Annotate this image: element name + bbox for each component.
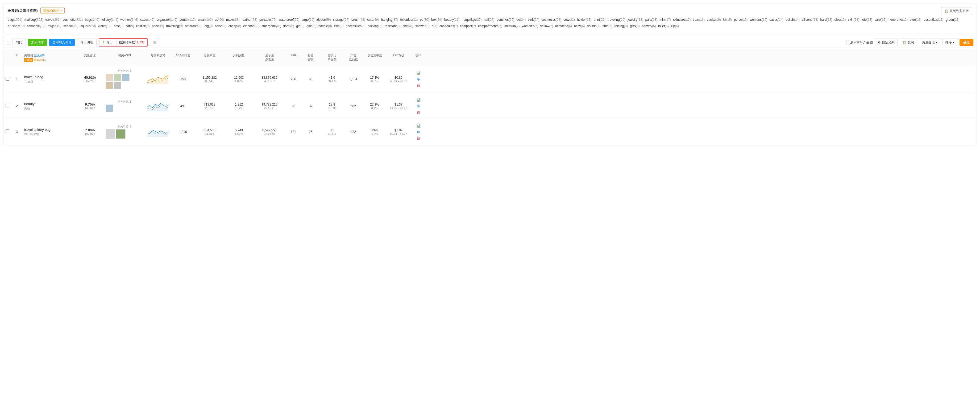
hf-word-item[interactable]: box(29) bbox=[431, 16, 442, 23]
hf-word-item[interactable]: bolsa(8) bbox=[215, 23, 226, 29]
hf-word-item[interactable]: nail(27) bbox=[484, 16, 495, 23]
hf-word-item[interactable]: storage(57) bbox=[333, 16, 349, 23]
hf-word-item[interactable]: skincare(17) bbox=[673, 16, 690, 23]
hf-word-item[interactable]: hanging(37) bbox=[381, 16, 398, 23]
hf-word-item[interactable]: train(16) bbox=[693, 16, 705, 23]
hf-word-item[interactable]: polish(14) bbox=[786, 16, 800, 23]
hf-word-item[interactable]: cosmetic(231) bbox=[63, 16, 83, 23]
row1-delete-btn[interactable]: 🗑 bbox=[416, 83, 421, 88]
hf-word-item[interactable]: yellow(7) bbox=[540, 23, 553, 29]
hf-word-item[interactable]: holder(23) bbox=[577, 16, 592, 23]
hf-word-item[interactable]: cosmetics(23) bbox=[542, 16, 562, 23]
hf-word-item[interactable]: pu(30) bbox=[420, 16, 430, 23]
hf-word-item[interactable]: travelling(9) bbox=[166, 23, 183, 29]
hf-word-item[interactable]: necessities(8) bbox=[346, 23, 366, 29]
hf-word-item[interactable]: shower(8) bbox=[415, 23, 430, 29]
hf-word-item[interactable]: de(24) bbox=[516, 16, 526, 23]
hf-word-item[interactable]: mujer(10) bbox=[48, 23, 61, 29]
hf-word-item[interactable]: care(12) bbox=[875, 16, 887, 23]
toggle-hf-btn[interactable]: 隐藏高频词 ▾ bbox=[40, 7, 65, 14]
hf-word-item[interactable]: cute(39) bbox=[367, 16, 379, 23]
hf-word-item[interactable]: cheap(8) bbox=[229, 23, 241, 29]
compare-btn[interactable]: 对比 bbox=[13, 38, 26, 46]
hf-word-item[interactable]: toiletry(149) bbox=[101, 16, 118, 23]
hf-word-item[interactable]: cow(23) bbox=[563, 16, 575, 23]
hf-word-item[interactable]: bathroom(8) bbox=[185, 23, 202, 29]
hf-word-item[interactable]: brush(43) bbox=[352, 16, 365, 23]
hf-word-item[interactable]: make(88) bbox=[226, 16, 240, 23]
hf-word-item[interactable]: water(10) bbox=[98, 23, 112, 29]
hf-word-item[interactable]: toiletries(31) bbox=[400, 16, 418, 23]
select-all-checkbox[interactable] bbox=[6, 41, 10, 44]
show-products-checkbox[interactable] bbox=[846, 41, 849, 44]
confirm-btn[interactable]: 确定 bbox=[959, 39, 974, 46]
show-products-toggle[interactable]: 展示前10产品图 bbox=[846, 40, 873, 44]
hf-word-item[interactable]: brushes(10) bbox=[8, 23, 25, 29]
row1-chart-btn[interactable]: 📊 bbox=[416, 70, 421, 76]
hf-word-item[interactable]: resistant(8) bbox=[385, 23, 401, 29]
hf-word-item[interactable]: compact(7) bbox=[460, 23, 476, 29]
hf-word-item[interactable]: bag(1001) bbox=[8, 16, 22, 23]
hf-word-item[interactable]: emergency(8) bbox=[261, 23, 281, 29]
hf-word-item[interactable]: leather(72) bbox=[242, 16, 257, 23]
row3-checkbox[interactable] bbox=[3, 129, 11, 135]
hf-word-item[interactable]: square(10) bbox=[81, 23, 96, 29]
export-btn[interactable]: ⬇ 导出 bbox=[99, 39, 116, 46]
hf-word-item[interactable]: jewelry(18) bbox=[628, 16, 643, 23]
hf-word-item[interactable]: women(146) bbox=[121, 16, 138, 23]
row3-chart-btn[interactable]: 📊 bbox=[416, 123, 421, 128]
row2-add-btn[interactable]: ⊕ bbox=[416, 103, 421, 109]
customize-columns-btn[interactable]: ⚙ 自定义列 bbox=[875, 38, 897, 46]
hf-word-item[interactable]: zip(6) bbox=[671, 23, 679, 29]
hf-word-item[interactable]: women's(7) bbox=[522, 23, 538, 29]
hf-word-item[interactable]: shell(8) bbox=[403, 23, 413, 29]
hf-word-item[interactable]: portable(72) bbox=[259, 16, 277, 23]
hf-word-item[interactable]: womens(15) bbox=[750, 16, 767, 23]
hf-word-item[interactable]: car(9) bbox=[126, 23, 134, 29]
hf-word-item[interactable]: pouch(117) bbox=[180, 16, 196, 23]
hf-word-item[interactable]: caboodle(10) bbox=[27, 23, 46, 29]
hf-word-item[interactable]: para(18) bbox=[645, 16, 657, 23]
copy-to-clipboard-btn[interactable]: 📋 复制到剪贴板 bbox=[941, 7, 972, 15]
sort-btn[interactable]: 降序 ▾ bbox=[942, 38, 958, 46]
hf-word-item[interactable]: green(11) bbox=[946, 16, 959, 23]
hf-word-item[interactable]: travel(361) bbox=[45, 16, 60, 23]
th-data-explain[interactable]: 数据解释 bbox=[34, 54, 45, 57]
hf-word-item[interactable]: school(10) bbox=[63, 23, 78, 29]
hf-word-item[interactable]: mini(17) bbox=[659, 16, 671, 23]
row2-checkbox[interactable] bbox=[3, 103, 11, 109]
hf-word-item[interactable]: pink(24) bbox=[528, 16, 539, 23]
hf-word-item[interactable]: neoprene(12) bbox=[888, 16, 908, 23]
hf-word-item[interactable]: kit(15) bbox=[723, 16, 732, 23]
row2-delete-btn[interactable]: 🗑 bbox=[416, 110, 421, 115]
hf-word-item[interactable]: gifts(6) bbox=[630, 23, 640, 29]
hf-word-item[interactable]: skin(13) bbox=[848, 16, 859, 23]
hf-word-item[interactable]: large(59) bbox=[302, 16, 315, 23]
hf-word-item[interactable]: bags(149) bbox=[85, 16, 99, 23]
hf-word-item[interactable]: handle(8) bbox=[318, 23, 332, 29]
hf-word-item[interactable]: little(8) bbox=[334, 23, 344, 29]
hf-word-item[interactable]: beauty(27) bbox=[444, 16, 460, 23]
hf-word-item[interactable]: print(21) bbox=[594, 16, 606, 23]
hf-word-item[interactable]: blue(11) bbox=[910, 16, 921, 23]
row1-add-btn[interactable]: ⊕ bbox=[416, 76, 421, 82]
delete-btn[interactable]: 🗑 bbox=[150, 39, 159, 46]
traffic-ratio-btn[interactable]: 流量占比 ▾ bbox=[919, 38, 940, 46]
hf-word-item[interactable]: cases(14) bbox=[770, 16, 784, 23]
hf-word-item[interactable]: makeup(692) bbox=[24, 16, 43, 23]
hf-word-item[interactable]: baby(6) bbox=[574, 23, 585, 29]
hf-word-item[interactable]: pouches(26) bbox=[496, 16, 514, 23]
row3-add-btn[interactable]: ⊕ bbox=[416, 129, 421, 135]
hf-word-item[interactable]: vanity(16) bbox=[707, 16, 721, 23]
hf-word-item[interactable]: a(7) bbox=[432, 23, 438, 29]
hf-word-item[interactable]: floral(8) bbox=[283, 23, 294, 29]
row1-checkbox[interactable] bbox=[3, 76, 11, 82]
add-to-library-btn[interactable]: 加入词库 bbox=[28, 39, 47, 46]
hf-word-item[interactable]: narwey(6) bbox=[642, 23, 656, 29]
row3-delete-btn[interactable]: 🗑 bbox=[416, 136, 421, 141]
hf-word-item[interactable]: pencil(9) bbox=[152, 23, 164, 29]
hf-word-item[interactable]: lipstick(9) bbox=[136, 23, 150, 29]
hf-word-item[interactable]: aesthetic(6) bbox=[555, 23, 572, 29]
add-all-to-library-btn[interactable]: 全部加入词库 bbox=[49, 39, 75, 46]
hf-word-item[interactable]: maquillaje(27) bbox=[461, 16, 482, 23]
